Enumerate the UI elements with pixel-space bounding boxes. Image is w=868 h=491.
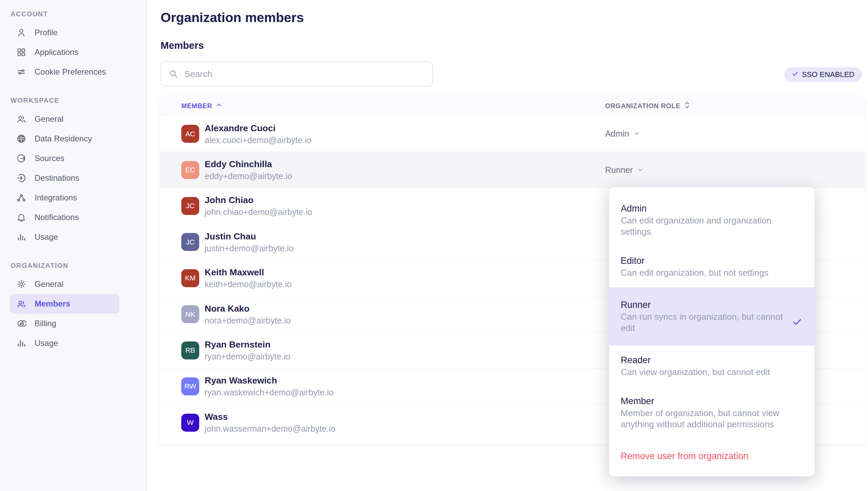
table-row-active: EC Eddy Chinchilla eddy+demo@airbyte.io … (160, 152, 865, 188)
usage-icon (16, 338, 26, 348)
avatar: NK (181, 305, 199, 323)
sidebar-item-members[interactable]: Members (10, 294, 119, 314)
sidebar-item-billing[interactable]: Billing (10, 314, 119, 333)
role-option-editor[interactable]: Editor Can edit organization, but not se… (609, 246, 814, 287)
member-name: Justin Chau (205, 231, 605, 242)
bell-icon (16, 212, 26, 222)
member-name: Nora Kako (205, 303, 605, 314)
member-email: justin+demo@airbyte.io (205, 243, 605, 254)
sidebar-item-data-residency[interactable]: Data Residency (10, 129, 119, 149)
member-name: Eddy Chinchilla (205, 158, 605, 170)
grid-icon (16, 47, 26, 57)
sidebar-item-organization-usage[interactable]: Usage (10, 333, 119, 353)
check-icon (792, 70, 799, 79)
chevron-down-icon (633, 129, 640, 139)
role-option-name: Member (621, 395, 803, 407)
sidebar-item-label: Cookie Preferences (35, 67, 106, 77)
table-row: AC Alexandre Cuoci alex.cuoci+demo@airby… (160, 116, 865, 152)
member-info: John Chiao john.chiao+demo@airbyte.io (205, 194, 605, 217)
role-option-description: Can run syncs in organization, but canno… (621, 311, 783, 334)
member-info: Keith Maxwell keith+demo@airbyte.io (205, 267, 605, 290)
column-header-member[interactable]: MEMBER (181, 102, 605, 110)
billing-icon (16, 318, 26, 329)
gear-icon (16, 279, 26, 289)
avatar: W (181, 414, 199, 432)
section-title-organization: ORGANIZATION (0, 262, 146, 270)
role-option-description: Can edit organization, but not settings (621, 267, 783, 278)
sidebar-item-profile[interactable]: Profile (10, 23, 119, 42)
search-input[interactable] (184, 69, 425, 79)
sidebar-item-destinations[interactable]: Destinations (10, 168, 119, 188)
sidebar-item-label: Members (35, 299, 70, 309)
role-option-name: Admin (621, 203, 803, 214)
sidebar-item-cookie-preferences[interactable]: Cookie Preferences (10, 62, 119, 82)
role-option-runner-selected[interactable]: Runner Can run syncs in organization, bu… (609, 288, 814, 345)
sidebar-item-label: General (35, 279, 63, 289)
column-header-organization-role[interactable]: ORGANIZATION ROLE (605, 101, 690, 111)
role-dropdown-menu: Admin Can edit organization and organiza… (609, 187, 814, 476)
organization-settings-page: ACCOUNT Profile Applications Cookie Pref… (0, 0, 868, 491)
sidebar-item-label: Usage (35, 338, 58, 348)
role-dropdown-trigger[interactable]: Runner (605, 165, 644, 175)
selected-check-icon (792, 317, 802, 328)
sidebar-item-label: Data Residency (35, 134, 92, 143)
sidebar-item-label: Notifications (35, 213, 79, 222)
member-name: Keith Maxwell (205, 267, 605, 278)
member-name: Ryan Bernstein (205, 339, 605, 350)
settings-sidebar: ACCOUNT Profile Applications Cookie Pref… (0, 0, 147, 491)
sidebar-section-account: ACCOUNT Profile Applications Cookie Pref… (0, 10, 146, 82)
member-email: ryan+demo@airbyte.io (205, 351, 605, 362)
page-title: Organization members (161, 10, 304, 25)
section-title-account: ACCOUNT (0, 10, 146, 18)
destination-icon (16, 173, 26, 183)
column-label: ORGANIZATION ROLE (605, 102, 680, 110)
column-label: MEMBER (181, 102, 212, 110)
member-email: john.wasserman+demo@airbyte.io (205, 423, 605, 434)
member-info: Justin Chau justin+demo@airbyte.io (205, 231, 605, 254)
search-icon (169, 69, 178, 79)
sso-badge-label: SSO ENABLED (802, 70, 854, 79)
member-name: John Chiao (205, 194, 605, 206)
role-option-name: Reader (621, 354, 803, 366)
source-icon (16, 153, 26, 163)
member-email: alex.cuoci+demo@airbyte.io (205, 135, 605, 145)
avatar: AC (181, 125, 199, 143)
role-dropdown-trigger[interactable]: Admin (605, 129, 640, 139)
sidebar-item-label: Profile (35, 28, 58, 37)
sidebar-item-workspace-usage[interactable]: Usage (10, 227, 119, 247)
role-label: Runner (605, 165, 633, 175)
sidebar-item-workspace-general[interactable]: General (10, 109, 119, 129)
avatar: JC (181, 233, 199, 251)
chevron-up-icon (215, 102, 222, 110)
sidebar-item-notifications[interactable]: Notifications (10, 208, 119, 227)
role-option-admin[interactable]: Admin Can edit organization and organiza… (609, 194, 814, 246)
sidebar-item-integrations[interactable]: Integrations (10, 188, 119, 208)
member-info: Ryan Waskewich ryan.waskewich+demo@airby… (205, 375, 605, 398)
sidebar-item-label: Billing (35, 319, 56, 328)
sidebar-section-workspace: WORKSPACE General Data Residency Sources (0, 97, 146, 247)
sidebar-item-label: Usage (35, 232, 58, 242)
sidebar-section-organization: ORGANIZATION General Members Billing (0, 262, 146, 353)
sidebar-item-applications[interactable]: Applications (10, 42, 119, 62)
sidebar-item-label: Sources (35, 154, 64, 163)
member-info: Alexandre Cuoci alex.cuoci+demo@airbyte.… (205, 122, 605, 145)
role-option-reader[interactable]: Reader Can view organization, but cannot… (609, 346, 814, 387)
member-info: Eddy Chinchilla eddy+demo@airbyte.io (205, 158, 605, 181)
section-title-workspace: WORKSPACE (0, 97, 146, 104)
role-option-member[interactable]: Member Member of organization, but canno… (609, 387, 814, 439)
member-email: eddy+demo@airbyte.io (205, 171, 605, 181)
table-header-row: MEMBER ORGANIZATION ROLE (160, 96, 865, 116)
member-info: Nora Kako nora+demo@airbyte.io (205, 303, 605, 326)
members-heading: Members (161, 40, 204, 51)
member-name: Wass (205, 411, 605, 423)
sidebar-item-organization-general[interactable]: General (10, 274, 119, 294)
sliders-icon (16, 67, 26, 77)
role-label: Admin (605, 129, 629, 139)
remove-user-link[interactable]: Remove user from organization (609, 439, 814, 476)
role-option-description: Can edit organization and organization s… (621, 215, 783, 237)
role-option-name: Runner (621, 299, 803, 311)
role-option-description: Member of organization, but cannot view … (621, 408, 783, 430)
member-name: Alexandre Cuoci (205, 122, 605, 134)
avatar: EC (181, 161, 199, 179)
sidebar-item-sources[interactable]: Sources (10, 149, 119, 168)
